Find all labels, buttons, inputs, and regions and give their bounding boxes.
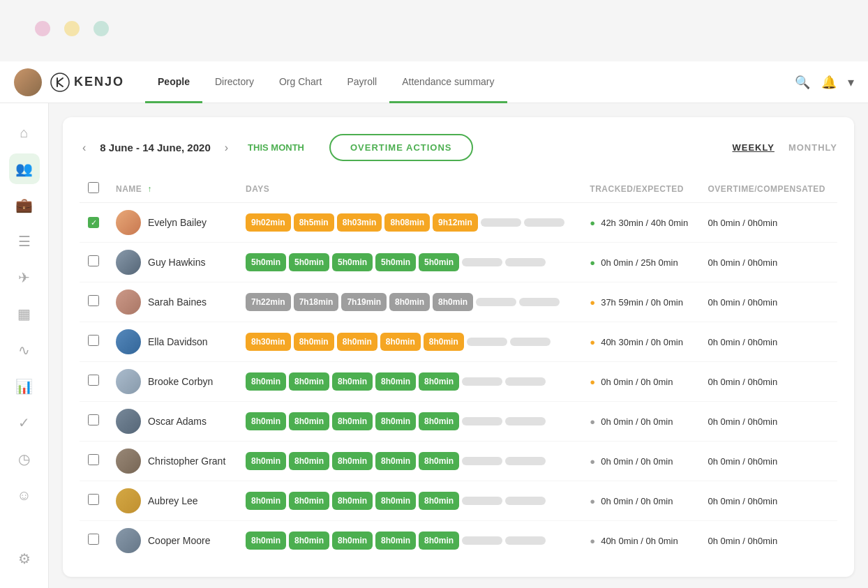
day-badge-evelyn-1: 8h5min	[294, 213, 334, 232]
tracked-cell-ella: ● 40h 30min / 0h 0min	[581, 322, 699, 362]
search-icon[interactable]: 🔍	[795, 75, 810, 90]
day-badge-ella-3: 8h0min	[380, 333, 421, 351]
row-checkbox-aubrey[interactable]	[88, 494, 99, 505]
sidebar-item-jobs[interactable]: 💼	[9, 190, 40, 220]
name-cell-guy: Guy Hawkins	[107, 243, 237, 282]
day-badge-cooper-0: 8h0min	[246, 532, 286, 550]
sidebar-item-mood[interactable]: ☺	[9, 480, 40, 511]
location-icon-oscar: ●	[590, 416, 595, 427]
tracked-inner: ● 0h 0min / 0h 0min	[590, 377, 691, 387]
weekly-view-button[interactable]: WEEKLY	[733, 142, 775, 153]
row-checkbox-christopher[interactable]	[88, 454, 99, 465]
tab-attendance-summary[interactable]: Attendance summary	[389, 62, 507, 103]
briefcase-icon: 💼	[15, 197, 33, 213]
tasks-icon: ✓	[18, 414, 30, 431]
sidebar-item-settings[interactable]: ⚙	[9, 543, 40, 574]
day-badge-brooke-4: 8h0min	[419, 372, 459, 391]
day-badge-christopher-2: 8h0min	[332, 452, 373, 470]
overtime-cell-christopher: 0h 0min / 0h0min	[699, 442, 837, 481]
row-checkbox-guy[interactable]	[88, 255, 99, 266]
sort-icon: ↑	[147, 184, 152, 194]
row-checkbox-ella[interactable]	[88, 335, 99, 346]
prev-week-button[interactable]: ‹	[80, 139, 89, 157]
main-content: ‹ 8 June - 14 June, 2020 › THIS MONTH OV…	[49, 103, 868, 588]
avatar-brooke	[116, 369, 141, 394]
settings-icon: ⚙	[18, 550, 31, 567]
tracked-value-ella: 40h 30min / 0h 0min	[601, 337, 683, 347]
tracked-header: TRACKED/EXPECTED	[581, 175, 699, 203]
day-badge-cooper-4: 8h0min	[419, 532, 459, 550]
sidebar-item-time[interactable]: ◷	[9, 444, 40, 474]
this-month-button[interactable]: THIS MONTH	[248, 142, 304, 153]
date-navigation: ‹ 8 June - 14 June, 2020 › THIS MONTH OV…	[80, 134, 837, 161]
day-badge-aubrey-6	[505, 497, 546, 505]
name-cell-aubrey: Aubrey Lee	[107, 481, 237, 521]
tab-directory[interactable]: Directory	[202, 62, 267, 103]
day-badge-guy-6	[505, 258, 546, 266]
dropdown-icon[interactable]: ▾	[848, 75, 854, 90]
tracked-inner: ● 0h 0min / 25h 0min	[590, 257, 691, 268]
tab-org-chart[interactable]: Org Chart	[267, 62, 334, 103]
name-text-ella: Ella Davidson	[148, 336, 208, 347]
row-checkbox-sarah[interactable]	[88, 295, 99, 306]
name-cell-christopher: Christopher Grant	[107, 442, 237, 481]
row-checkbox-cooper[interactable]	[88, 534, 99, 545]
tracked-inner: ● 37h 59min / 0h 0min	[590, 297, 691, 308]
name-text-christopher: Christopher Grant	[148, 455, 225, 467]
calendar-icon: ▦	[17, 306, 31, 322]
monthly-view-button[interactable]: MONTHLY	[788, 142, 837, 153]
name-text-evelyn: Evelyn Bailey	[148, 217, 207, 228]
kenjo-brand-text: KENJO	[74, 75, 124, 89]
next-week-button[interactable]: ›	[222, 139, 231, 157]
row-checkbox-brooke[interactable]	[88, 375, 99, 386]
sidebar-item-calendar[interactable]: ▦	[9, 299, 40, 329]
kenjo-logo: KENJO	[50, 73, 124, 92]
sidebar-item-travel[interactable]: ✈	[9, 262, 40, 293]
tracked-inner: ● 0h 0min / 0h 0min	[590, 416, 691, 427]
sidebar-item-activity[interactable]: ∿	[9, 335, 40, 365]
day-badge-oscar-1: 8h0min	[289, 412, 329, 430]
location-icon-christopher: ●	[590, 456, 595, 467]
tracked-cell-cooper: ● 40h 0min / 0h 0min	[581, 521, 699, 561]
name-cell-inner: Evelyn Bailey	[116, 210, 229, 235]
table-row: Cooper Moore 8h0min8h0min8h0min8h0min8h0…	[80, 521, 837, 561]
table-row: Christopher Grant 8h0min8h0min8h0min8h0m…	[80, 442, 837, 481]
plane-icon: ✈	[18, 269, 30, 286]
tab-people[interactable]: People	[145, 62, 202, 103]
list-icon: ☰	[18, 233, 31, 250]
location-icon-evelyn: ●	[590, 218, 595, 228]
notification-icon[interactable]: 🔔	[821, 75, 837, 90]
sidebar-item-list[interactable]: ☰	[9, 226, 40, 257]
tab-payroll[interactable]: Payroll	[334, 62, 389, 103]
avatar-oscar	[116, 409, 141, 434]
tracked-inner: ● 0h 0min / 0h 0min	[590, 456, 691, 467]
overtime-cell-aubrey: 0h 0min / 0h0min	[699, 481, 837, 521]
day-badge-oscar-6	[505, 417, 546, 425]
sidebar-item-tasks[interactable]: ✓	[9, 407, 40, 438]
kenjo-brand-icon	[50, 73, 70, 92]
tracked-inner: ● 40h 30min / 0h 0min	[590, 337, 691, 347]
day-badge-brooke-3: 8h0min	[375, 372, 416, 391]
sidebar-item-people[interactable]: 👥	[9, 153, 40, 184]
row-checkbox-cell-evelyn: ✓	[80, 203, 107, 243]
sidebar-item-home[interactable]: ⌂	[9, 117, 40, 148]
tracked-value-evelyn: 42h 30min / 40h 0min	[601, 218, 688, 228]
name-text-aubrey: Aubrey Lee	[148, 495, 198, 506]
row-checkbox-evelyn[interactable]: ✓	[88, 217, 99, 228]
select-all-checkbox[interactable]	[88, 182, 99, 193]
day-badge-sarah-6	[519, 298, 560, 306]
tracked-value-christopher: 0h 0min / 0h 0min	[601, 456, 673, 467]
overtime-actions-button[interactable]: OVERTIME ACTIONS	[329, 134, 473, 161]
people-icon: 👥	[15, 160, 33, 177]
days-cell-evelyn: 9h02min8h5min8h03min8h08min9h12min	[237, 203, 581, 243]
day-badge-aubrey-0: 8h0min	[246, 492, 286, 510]
sidebar-item-charts[interactable]: 📊	[9, 371, 40, 402]
name-header: NAME ↑	[107, 175, 237, 203]
row-checkbox-oscar[interactable]	[88, 414, 99, 425]
tracked-value-cooper: 40h 0min / 0h 0min	[601, 536, 678, 546]
day-badge-sarah-0: 7h22min	[246, 293, 291, 311]
day-badge-aubrey-4: 8h0min	[419, 492, 459, 510]
day-badge-ella-2: 8h0min	[337, 333, 377, 351]
avatar-evelyn	[116, 210, 141, 235]
header: KENJO People Directory Org Chart Payroll…	[0, 61, 868, 103]
